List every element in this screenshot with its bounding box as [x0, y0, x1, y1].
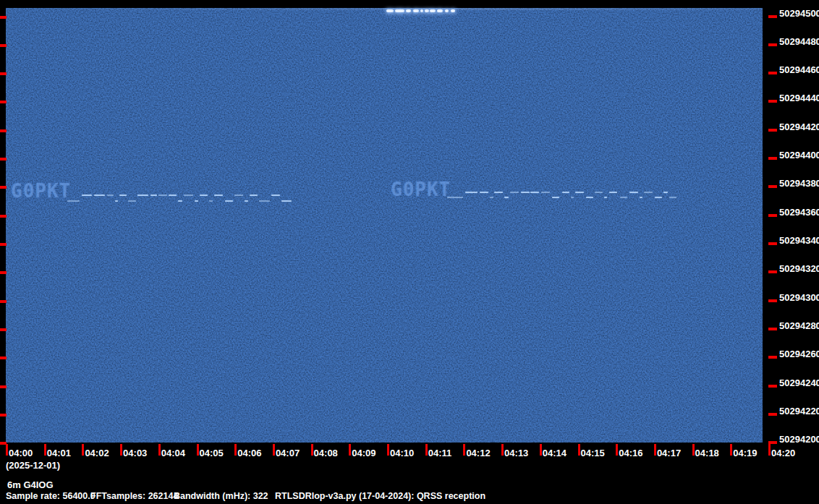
freq-tick-label: 50294400 [779, 150, 819, 161]
signal-dash [200, 195, 208, 196]
freq-tick-left [0, 414, 7, 417]
freq-tick-right [768, 15, 777, 18]
time-tick [44, 444, 46, 456]
signal-dash [663, 192, 668, 193]
signal-dash [490, 197, 493, 198]
time-tick [82, 444, 84, 456]
freq-tick-label: 50294240 [779, 377, 819, 388]
freq-tick-label: 50294420 [779, 121, 819, 132]
freq-tick-right [768, 185, 777, 188]
signal-dash [655, 197, 662, 198]
freq-tick-label: 50294320 [779, 263, 819, 274]
signal-dash [281, 200, 292, 202]
signal-dash [82, 195, 92, 196]
time-tick [540, 444, 542, 456]
time-tick [730, 444, 732, 456]
signal-dash [128, 200, 136, 202]
freq-tick-left [0, 356, 7, 359]
freq-tick-right [768, 129, 777, 132]
noise-texture [6, 8, 763, 443]
time-tick-label: 04:14 [543, 448, 566, 458]
freq-tick-left [0, 243, 7, 246]
fft-samples-label: FFTsamples: 262144 [90, 491, 178, 501]
signal-dash [158, 195, 167, 196]
time-tick-label: 04:19 [733, 448, 757, 458]
freq-tick-label: 50294360 [779, 207, 819, 218]
freq-tick-label: 50294260 [779, 349, 819, 359]
time-tick-label: 04:16 [619, 448, 642, 458]
signal-dash [119, 195, 127, 196]
time-tick-label: 04:09 [352, 448, 375, 458]
signal-dash [595, 192, 603, 193]
time-tick [234, 444, 237, 456]
signal-dash [586, 197, 593, 198]
freq-tick-right [768, 328, 777, 330]
freq-tick-right [768, 72, 777, 74]
time-tick-label: 04:12 [466, 448, 490, 458]
freq-tick-left [0, 186, 7, 189]
freq-tick-label: 50294200 [779, 434, 819, 445]
time-tick-label: 04:07 [276, 448, 300, 458]
signal-dash [94, 195, 105, 196]
signal-dash [620, 197, 627, 198]
carrier-dash [425, 9, 429, 12]
freq-tick-left [0, 101, 7, 103]
freq-tick-label: 50294340 [779, 235, 819, 246]
callsign-trace-1: G0PKT [11, 182, 71, 200]
signal-dash [209, 200, 213, 202]
signal-dash [480, 192, 488, 193]
carrier-dash [406, 9, 411, 12]
time-tick [463, 444, 465, 456]
signal-dash [107, 195, 114, 196]
signal-dash [604, 197, 607, 198]
carrier-dash [413, 9, 419, 12]
freq-tick-left [0, 300, 7, 303]
freq-tick-label: 50294440 [779, 93, 819, 103]
freq-tick-right [768, 242, 777, 245]
time-tick-label: 04:20 [771, 448, 795, 458]
freq-tick-label: 50294280 [779, 320, 819, 331]
time-tick [6, 444, 8, 456]
signal-dash [629, 192, 638, 193]
time-tick [349, 444, 351, 456]
time-tick-label: 04:17 [657, 448, 681, 458]
signal-dash [259, 200, 270, 202]
time-tick [768, 444, 771, 456]
time-tick-label: 04:04 [161, 448, 185, 458]
time-tick [197, 444, 199, 456]
signal-dash [234, 195, 243, 196]
freq-tick-label: 50294460 [779, 64, 819, 75]
carrier-dash [451, 9, 455, 12]
sample-rate-label: Sample rate: 56400.0 [6, 491, 96, 501]
signal-dash [195, 200, 198, 202]
carrier-dash [395, 9, 404, 12]
signal-dash [137, 195, 148, 196]
signal-dash [245, 200, 248, 202]
signal-dash [530, 192, 539, 193]
freq-tick-right [768, 385, 777, 388]
signal-dash [669, 197, 676, 198]
freq-tick-left [0, 215, 7, 218]
bandwidth-label: Bandwidth (mHz): 322 [174, 491, 268, 501]
time-tick [501, 444, 504, 456]
callsign-trace-2: G0PKT [391, 181, 451, 198]
freq-tick-left [0, 158, 7, 161]
signal-dash [465, 192, 478, 193]
carrier-dash [420, 9, 423, 12]
signal-dash [640, 197, 642, 198]
time-tick-label: 04:00 [9, 448, 33, 458]
freq-tick-left [0, 72, 7, 75]
freq-tick-label: 50294380 [779, 178, 819, 189]
signal-dash [644, 192, 653, 193]
freq-tick-right [768, 157, 777, 160]
carrier-dash [430, 9, 436, 12]
carrier-dash [437, 9, 443, 12]
time-tick [311, 444, 313, 456]
freq-tick-label: 50294300 [779, 292, 819, 303]
time-tick-label: 04:06 [237, 448, 261, 458]
freq-tick-left [0, 328, 7, 331]
time-tick-label: 04:03 [123, 448, 147, 458]
signal-dash [150, 195, 157, 196]
freq-tick-label: 50294220 [779, 406, 819, 417]
freq-tick-label: 50294500 [779, 8, 819, 19]
